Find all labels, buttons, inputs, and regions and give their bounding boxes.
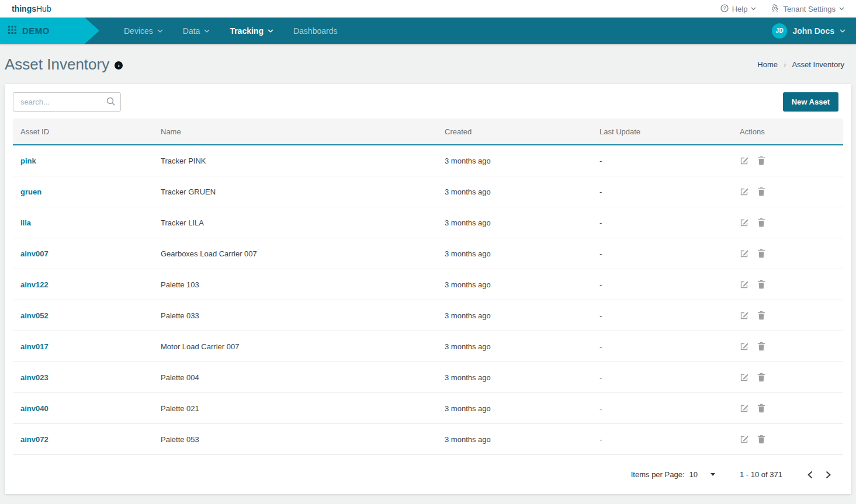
table-row: ainv023 Palette 004 3 months ago - [13, 362, 843, 393]
table-row: ainv072 Palette 053 3 months ago - [13, 424, 843, 455]
column-header-created: Created [437, 127, 592, 136]
logo-things: things [12, 4, 36, 13]
nav-item-devices[interactable]: Devices [124, 26, 163, 36]
created-cell: 3 months ago [437, 157, 592, 165]
info-icon[interactable]: i [115, 61, 123, 69]
help-label: Help [732, 5, 748, 13]
table-row: lila Tracker LILA 3 months ago - [13, 207, 843, 238]
svg-text:?: ? [723, 5, 726, 11]
last-update-cell: - [592, 342, 732, 351]
asset-id-link[interactable]: ainv052 [20, 311, 48, 320]
delete-icon[interactable] [757, 435, 765, 444]
delete-icon[interactable] [757, 218, 765, 227]
created-cell: 3 months ago [437, 404, 592, 413]
user-menu[interactable]: JD John Docs [772, 23, 845, 39]
delete-icon[interactable] [757, 373, 765, 382]
search-input[interactable] [13, 92, 121, 112]
table-body: pink Tracker PINK 3 months ago - gruen T… [13, 145, 843, 455]
table-row: pink Tracker PINK 3 months ago - [13, 145, 843, 176]
last-update-cell: - [592, 404, 732, 413]
breadcrumb-separator-icon: › [784, 60, 786, 69]
table-row: ainv007 Gearboxes Load Carrier 007 3 mon… [13, 238, 843, 269]
created-cell: 3 months ago [437, 373, 592, 382]
column-header-name: Name [153, 127, 437, 136]
created-cell: 3 months ago [437, 311, 592, 320]
asset-id-link[interactable]: ainv072 [20, 435, 48, 444]
delete-icon[interactable] [757, 156, 765, 165]
asset-id-link[interactable]: ainv017 [20, 342, 48, 351]
table-toolbar: New Asset [5, 84, 851, 119]
edit-icon[interactable] [740, 404, 749, 413]
items-per-page-value[interactable]: 10 [689, 470, 698, 479]
tenant-selector[interactable]: DEMO [0, 18, 99, 44]
nav-label: Tracking [230, 26, 264, 36]
asset-name-cell: Palette 021 [153, 404, 437, 413]
chevron-down-icon [268, 29, 273, 33]
created-cell: 3 months ago [437, 249, 592, 258]
asset-id-link[interactable]: ainv122 [20, 280, 48, 289]
asset-id-link[interactable]: lila [20, 218, 31, 227]
asset-name-cell: Palette 033 [153, 311, 437, 320]
edit-icon[interactable] [740, 435, 749, 444]
avatar: JD [772, 23, 787, 39]
top-utility-bar: thingsHub ? Help Tenant Settings [0, 0, 856, 18]
created-cell: 3 months ago [437, 187, 592, 196]
table-row: gruen Tracker GRUEN 3 months ago - [13, 176, 843, 207]
delete-icon[interactable] [757, 187, 765, 196]
delete-icon[interactable] [757, 404, 765, 413]
edit-icon[interactable] [740, 311, 749, 320]
next-page-button[interactable] [825, 471, 831, 479]
new-asset-button[interactable]: New Asset [783, 92, 838, 112]
edit-icon[interactable] [740, 249, 749, 258]
edit-icon[interactable] [740, 280, 749, 289]
edit-icon[interactable] [740, 156, 749, 165]
previous-page-button[interactable] [807, 471, 813, 479]
items-per-page-caret-icon[interactable] [711, 473, 715, 476]
breadcrumb-home[interactable]: Home [757, 60, 778, 69]
edit-icon[interactable] [740, 342, 749, 351]
last-update-cell: - [592, 280, 732, 289]
nav-item-tracking[interactable]: Tracking [230, 26, 273, 36]
tenant-label: DEMO [22, 26, 50, 36]
table-row: ainv052 Palette 033 3 months ago - [13, 300, 843, 331]
delete-icon[interactable] [757, 342, 765, 351]
last-update-cell: - [592, 187, 732, 196]
nav-label: Devices [124, 26, 153, 36]
table-row: ainv040 Palette 021 3 months ago - [13, 393, 843, 424]
last-update-cell: - [592, 218, 732, 227]
chevron-down-icon [839, 7, 844, 11]
asset-id-link[interactable]: ainv023 [20, 373, 48, 382]
asset-id-link[interactable]: ainv007 [20, 249, 48, 258]
pagination-range: 1 - 10 of 371 [740, 470, 782, 479]
delete-icon[interactable] [757, 280, 765, 289]
last-update-cell: - [592, 249, 732, 258]
created-cell: 3 months ago [437, 280, 592, 289]
asset-inventory-card: New Asset Asset ID Name Created Last Upd… [5, 84, 851, 494]
breadcrumb-current: Asset Inventory [792, 60, 844, 69]
edit-icon[interactable] [740, 373, 749, 382]
chevron-down-icon [840, 29, 845, 33]
nav-item-dashboards[interactable]: Dashboards [293, 26, 338, 36]
nav-menu: Devices Data Tracking Dashboards [124, 26, 337, 36]
asset-name-cell: Tracker PINK [153, 157, 437, 165]
delete-icon[interactable] [757, 311, 765, 320]
tenant-settings-menu[interactable]: Tenant Settings [771, 4, 844, 14]
search-icon [106, 97, 116, 109]
delete-icon[interactable] [757, 249, 765, 258]
logo-hub: Hub [36, 4, 51, 13]
asset-id-link[interactable]: gruen [20, 187, 41, 196]
apps-grid-icon [8, 26, 16, 36]
asset-id-link[interactable]: ainv040 [20, 404, 48, 413]
created-cell: 3 months ago [437, 435, 592, 444]
nav-label: Dashboards [293, 26, 338, 36]
nav-label: Data [183, 26, 200, 36]
asset-name-cell: Palette 053 [153, 435, 437, 444]
app-logo[interactable]: thingsHub [12, 4, 51, 13]
nav-item-data[interactable]: Data [183, 26, 210, 36]
last-update-cell: - [592, 157, 732, 165]
help-menu[interactable]: ? Help [720, 4, 757, 14]
edit-icon[interactable] [740, 218, 749, 227]
tenant-settings-label: Tenant Settings [783, 5, 836, 13]
asset-id-link[interactable]: pink [20, 157, 36, 165]
edit-icon[interactable] [740, 187, 749, 196]
